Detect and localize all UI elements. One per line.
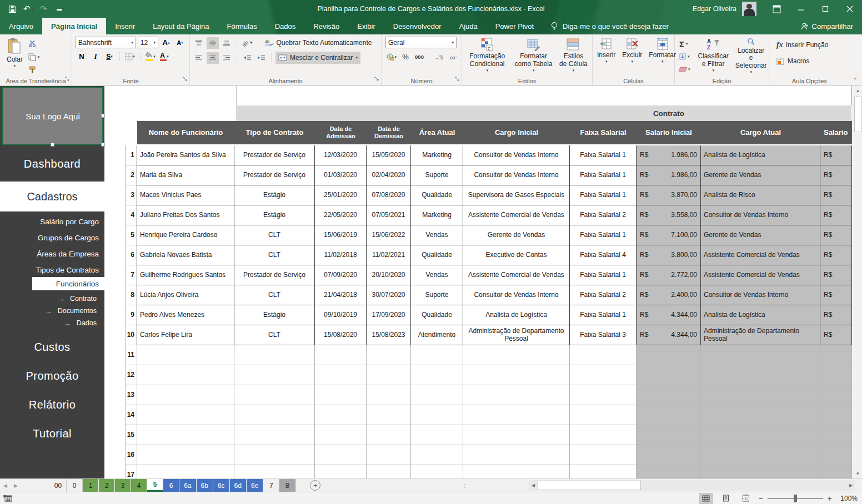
- cell-cargo_inicial[interactable]: Consultor de Vendas Interno: [463, 165, 570, 185]
- cell-faixa[interactable]: Faixa Salarial 1: [570, 305, 637, 325]
- sheet-tab-6b[interactable]: 6b: [197, 479, 213, 492]
- cell-empty[interactable]: [463, 445, 570, 465]
- cell-area[interactable]: Vendas: [411, 265, 463, 285]
- page-layout-view-button[interactable]: [719, 493, 733, 504]
- cell-empty[interactable]: [701, 445, 820, 465]
- row-number[interactable]: 8: [125, 285, 137, 305]
- cell-nome[interactable]: Gabriela Novaes Batista: [137, 245, 234, 265]
- zoom-in-button[interactable]: +: [828, 494, 832, 503]
- logo-placeholder[interactable]: Sua Logo Aqui: [2, 87, 103, 145]
- sidebar-item-áreas-da-empresa[interactable]: Áreas da Empresa: [0, 247, 104, 260]
- maximize-button[interactable]: [813, 0, 838, 18]
- cell-empty[interactable]: [137, 445, 234, 465]
- cell-empty[interactable]: [137, 405, 234, 425]
- cell-empty[interactable]: [637, 385, 701, 405]
- cell-cargo_inicial[interactable]: Assistente Comercial de Vendas: [463, 205, 570, 225]
- tab-exibir[interactable]: Exibir: [348, 18, 384, 34]
- cell-area[interactable]: Vendas: [411, 225, 463, 245]
- cell-empty[interactable]: [701, 385, 820, 405]
- row-number[interactable]: 2: [125, 165, 137, 185]
- cell-empty[interactable]: [637, 465, 701, 478]
- cell-tipo[interactable]: CLT: [234, 245, 315, 265]
- cell-salario[interactable]: R$: [820, 285, 852, 305]
- cell-cargo_inicial[interactable]: Executivo de Contas: [463, 245, 570, 265]
- cell-empty[interactable]: [701, 365, 820, 385]
- cell-salario[interactable]: R$: [820, 185, 852, 205]
- cell-admissao[interactable]: 15/06/2019: [315, 225, 367, 245]
- cell-admissao[interactable]: 01/03/2020: [315, 165, 367, 185]
- cell-empty[interactable]: [637, 345, 701, 365]
- cell-admissao[interactable]: 07/09/2020: [315, 265, 367, 285]
- cell-empty[interactable]: [411, 445, 463, 465]
- cell-faixa[interactable]: Faixa Salarial 4: [570, 245, 637, 265]
- underline-button[interactable]: S▾: [103, 51, 116, 62]
- cell-empty[interactable]: [234, 405, 315, 425]
- sidebar-item-salário-por-cargo[interactable]: Salário por Cargo: [0, 215, 104, 228]
- cell-empty[interactable]: [820, 365, 852, 385]
- cell-nome[interactable]: Pedro Alves Menezes: [137, 305, 234, 325]
- cell-nome[interactable]: Macos Vinicius Paes: [137, 185, 234, 205]
- format-cells-button[interactable]: Formatar▾: [645, 37, 679, 75]
- cell-empty[interactable]: [411, 385, 463, 405]
- cut-button[interactable]: [26, 38, 42, 49]
- cell-empty[interactable]: [137, 345, 234, 365]
- cell-empty[interactable]: [637, 425, 701, 445]
- zoom-slider[interactable]: [768, 498, 823, 499]
- delete-cells-button[interactable]: Excluir▾: [619, 37, 645, 75]
- cell-demissao[interactable]: 15/05/2020: [367, 145, 411, 165]
- clipboard-dialog-launcher[interactable]: [65, 76, 70, 83]
- sheet-tab-1[interactable]: 1: [83, 479, 99, 492]
- cell-cargo_atual[interactable]: Consultor de Vendas Interno: [701, 285, 820, 305]
- cell-cargo_inicial[interactable]: Assistente Comercial de Vendas: [463, 265, 570, 285]
- merge-center-button[interactable]: Mesclar e Centralizar▾: [275, 52, 360, 64]
- cell-cargo_inicial[interactable]: Gerente de Vendas: [463, 225, 570, 245]
- cell-area[interactable]: Qualidade: [411, 185, 463, 205]
- cell-empty[interactable]: [411, 465, 463, 478]
- sidebar-item-tipos-de-contratos[interactable]: Tipos de Contratos: [0, 263, 104, 276]
- cell-cargo_atual[interactable]: Assistente Comercial de Vendas: [701, 265, 820, 285]
- cell-salario[interactable]: R$2.772,00: [637, 265, 701, 285]
- cell-tipo[interactable]: Prestador de Serviço: [234, 145, 315, 165]
- cell-nome[interactable]: Henrique Pereira Cardoso: [137, 225, 234, 245]
- sheet-tab-0[interactable]: 0: [67, 479, 83, 492]
- cell-area[interactable]: Atendimento: [411, 325, 463, 345]
- cell-cargo_atual[interactable]: Analista de Risco: [701, 185, 820, 205]
- column-header[interactable]: Data de Admissão: [315, 121, 367, 144]
- cell-tipo[interactable]: CLT: [234, 325, 315, 345]
- align-middle-button[interactable]: [207, 37, 219, 49]
- cell-empty[interactable]: [701, 405, 820, 425]
- column-header[interactable]: Faixa Salarial: [570, 121, 637, 144]
- undo-button[interactable]: ↶▾: [21, 2, 36, 16]
- cell-salario[interactable]: R$3.870,00: [637, 185, 701, 205]
- accounting-format-button[interactable]: $▾: [385, 51, 398, 63]
- cell-empty[interactable]: [234, 445, 315, 465]
- new-sheet-button[interactable]: +: [310, 480, 320, 491]
- cell-cargo_inicial[interactable]: Consultor de Vendas Interno: [463, 285, 570, 305]
- cell-empty[interactable]: [570, 425, 637, 445]
- cell-empty[interactable]: [367, 345, 411, 365]
- cell-empty[interactable]: [820, 345, 852, 365]
- sheet-nav-right-arrow[interactable]: ▶: [14, 483, 18, 488]
- row-number[interactable]: 10: [125, 325, 137, 345]
- sidebar-item-grupos-de-cargos[interactable]: Grupos de Cargos: [0, 231, 104, 244]
- row-number[interactable]: 15: [125, 425, 137, 445]
- cell-tipo[interactable]: CLT: [234, 285, 315, 305]
- tab-página-inicial[interactable]: Página Inicial: [42, 18, 106, 34]
- format-painter-button[interactable]: [26, 64, 42, 75]
- cell-demissao[interactable]: 15/06/2022: [367, 225, 411, 245]
- decrease-font-button[interactable]: A▾: [174, 37, 186, 48]
- row-number[interactable]: 7: [125, 265, 137, 285]
- tab-layout-da-página[interactable]: Layout da Página: [144, 18, 218, 34]
- cell-salario[interactable]: R$: [820, 225, 852, 245]
- customize-qat-button[interactable]: ▬▾: [54, 2, 68, 16]
- cell-demissao[interactable]: 17/09/2020: [367, 305, 411, 325]
- decrease-decimal-button[interactable]: .00→: [447, 51, 459, 63]
- copy-button[interactable]: ▾: [26, 52, 42, 63]
- cell-empty[interactable]: [234, 345, 315, 365]
- font-size-combo[interactable]: 12▾: [138, 37, 158, 48]
- cell-cargo_inicial[interactable]: Consultor de Vendas Interno: [463, 145, 570, 165]
- column-header[interactable]: Área Atual: [411, 121, 463, 144]
- cell-salario[interactable]: R$2.400,00: [637, 285, 701, 305]
- cell-cargo_atual[interactable]: Consultor de Vendas Interno: [701, 205, 820, 225]
- cell-empty[interactable]: [367, 465, 411, 478]
